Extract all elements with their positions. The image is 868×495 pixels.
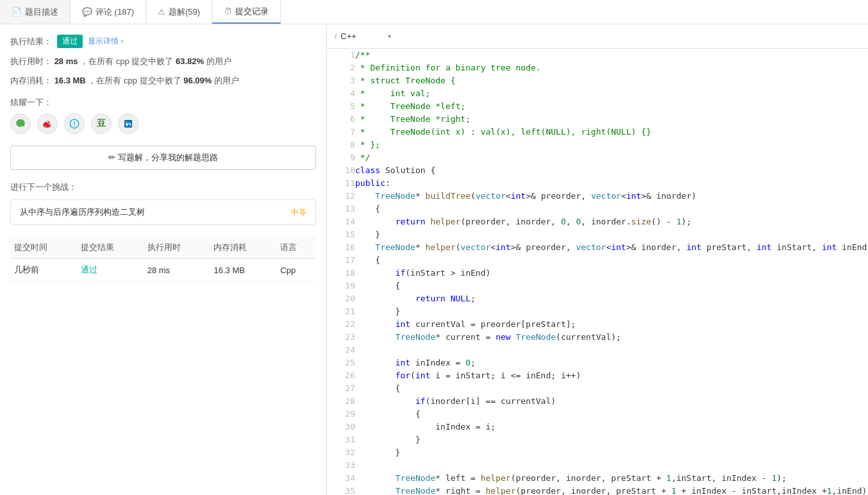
line-content: * TreeNode *right; bbox=[355, 113, 868, 126]
solutions-icon: ⚠ bbox=[158, 7, 165, 17]
line-content: * struct TreeNode { bbox=[355, 74, 868, 87]
line-content: if(inorder[i] == currentVal) bbox=[355, 395, 868, 408]
line-number: 28 bbox=[327, 395, 355, 408]
code-line-27: 27 { bbox=[327, 382, 868, 395]
code-line-18: 18 if(inStart > inEnd) bbox=[327, 267, 868, 280]
douban-share-button[interactable]: 豆 bbox=[91, 113, 112, 134]
mem-desc: ，在所有 cpp 提交中败了 bbox=[88, 76, 181, 85]
code-line-22: 22 int currentVal = preorder[preStart]; bbox=[327, 318, 868, 331]
code-line-12: 12 TreeNode* buildTree(vector<int>& preo… bbox=[327, 190, 868, 203]
line-content: int currentVal = preorder[preStart]; bbox=[355, 318, 868, 331]
code-line-14: 14 return helper(preorder, inorder, 0, 0… bbox=[327, 215, 868, 228]
line-content: } bbox=[355, 228, 868, 241]
line-number: 8 bbox=[327, 138, 355, 151]
weibo-share-button[interactable] bbox=[37, 113, 58, 134]
code-line-11: 11 public: bbox=[327, 177, 868, 190]
lang-dropdown-icon: ▾ bbox=[388, 33, 391, 40]
right-panel: i C++ Java Python Python3 C C# JavaScrip… bbox=[327, 24, 868, 495]
line-content: } bbox=[355, 305, 868, 318]
line-number: 30 bbox=[327, 421, 355, 433]
line-number: 18 bbox=[327, 267, 355, 280]
code-line-19: 19 { bbox=[327, 280, 868, 292]
line-content: } bbox=[355, 446, 868, 459]
line-content: { bbox=[355, 382, 868, 395]
challenge-card[interactable]: 从中序与后序遍历序列构造二叉树 中等 bbox=[10, 199, 316, 225]
line-number: 10 bbox=[327, 164, 355, 177]
code-area[interactable]: 1 /**2 * Definition for a binary tree no… bbox=[327, 49, 868, 495]
line-number: 34 bbox=[327, 472, 355, 485]
code-line-29: 29 { bbox=[327, 408, 868, 421]
line-number: 22 bbox=[327, 318, 355, 331]
code-table: 1 /**2 * Definition for a binary tree no… bbox=[327, 49, 868, 495]
line-content: return NULL; bbox=[355, 292, 868, 305]
code-line-6: 6 * TreeNode *right; bbox=[327, 113, 868, 126]
top-tabs: 📄 题目描述 💬 评论 (187) ⚠ 题解(59) ⏱ 提交记录 bbox=[0, 0, 868, 24]
main-layout: 执行结果： 通过 显示详情 执行用时： 28 ms ，在所有 cpp 提交中败了… bbox=[0, 24, 868, 495]
line-number: 5 bbox=[327, 100, 355, 113]
lang-selector[interactable]: C++ Java Python Python3 C C# JavaScript … bbox=[340, 31, 389, 41]
line-content: } bbox=[355, 433, 868, 446]
code-line-9: 9 */ bbox=[327, 151, 868, 164]
stat-mem-row: 内存消耗： 16.3 MB ，在所有 cpp 提交中败了 96.09% 的用户 bbox=[10, 74, 316, 88]
code-line-31: 31 } bbox=[327, 433, 868, 446]
time-value: 28 ms bbox=[54, 56, 78, 66]
tab-comments[interactable]: 💬 评论 (187) bbox=[71, 0, 146, 24]
line-content: { bbox=[355, 254, 868, 267]
line-number: 25 bbox=[327, 357, 355, 369]
line-number: 32 bbox=[327, 446, 355, 459]
line-content: public: bbox=[355, 177, 868, 190]
tab-description[interactable]: 📄 题目描述 bbox=[0, 0, 71, 24]
submit-result-link[interactable]: 通过 bbox=[81, 265, 97, 274]
line-number: 24 bbox=[327, 344, 355, 357]
write-solution-button[interactable]: ✏ 写题解，分享我的解题思路 bbox=[10, 146, 316, 170]
share-icons: 豆 bbox=[10, 113, 316, 134]
line-number: 7 bbox=[327, 126, 355, 138]
line-number: 26 bbox=[327, 369, 355, 382]
line-number: 19 bbox=[327, 280, 355, 292]
line-number: 9 bbox=[327, 151, 355, 164]
line-content: * }; bbox=[355, 138, 868, 151]
submissions-icon: ⏱ bbox=[224, 6, 232, 16]
line-number: 15 bbox=[327, 228, 355, 241]
next-challenge-label: 进行下一个挑战： bbox=[10, 181, 316, 193]
submissions-table: 提交时间 提交结果 执行用时 内存消耗 语言 几秒前 通过 28 ms 16.3… bbox=[10, 237, 316, 281]
line-content: return helper(preorder, inorder, 0, 0, i… bbox=[355, 215, 868, 228]
challenge-title: 从中序与后序遍历序列构造二叉树 bbox=[20, 206, 145, 218]
code-line-28: 28 if(inorder[i] == currentVal) bbox=[327, 395, 868, 408]
line-number: 12 bbox=[327, 190, 355, 203]
line-content bbox=[355, 459, 868, 472]
detail-link[interactable]: 显示详情 bbox=[88, 36, 123, 47]
linkedin-share-button[interactable] bbox=[118, 113, 138, 134]
code-line-5: 5 * TreeNode *left; bbox=[327, 100, 868, 113]
line-number: 17 bbox=[327, 254, 355, 267]
tab-submissions[interactable]: ⏱ 提交记录 bbox=[212, 0, 281, 24]
pass-badge: 通过 bbox=[57, 35, 83, 48]
line-content: TreeNode* current = new TreeNode(current… bbox=[355, 331, 868, 344]
line-content: */ bbox=[355, 151, 868, 164]
line-number: 35 bbox=[327, 485, 355, 495]
share-label: 炫耀一下： bbox=[10, 97, 316, 108]
col-result: 提交结果 bbox=[77, 237, 144, 259]
line-content: TreeNode* buildTree(vector<int>& preorde… bbox=[355, 190, 868, 203]
col-time: 提交时间 bbox=[10, 237, 77, 259]
mem-value: 16.3 MB bbox=[54, 76, 86, 85]
line-number: 6 bbox=[327, 113, 355, 126]
tab-solutions[interactable]: ⚠ 题解(59) bbox=[146, 0, 212, 24]
code-line-20: 20 return NULL; bbox=[327, 292, 868, 305]
code-line-3: 3 * struct TreeNode { bbox=[327, 74, 868, 87]
difficulty-badge: 中等 bbox=[291, 207, 306, 218]
submit-exec-time: 28 ms bbox=[144, 259, 210, 281]
wechat-share-button[interactable] bbox=[10, 113, 31, 134]
line-content: if(inStart > inEnd) bbox=[355, 267, 868, 280]
code-line-7: 7 * TreeNode(int x) : val(x), left(NULL)… bbox=[327, 126, 868, 138]
code-line-1: 1 /** bbox=[327, 49, 868, 62]
time-label: 执行用时： bbox=[10, 56, 52, 66]
code-line-10: 10 class Solution { bbox=[327, 164, 868, 177]
line-content: TreeNode* helper(vector<int>& preorder, … bbox=[355, 241, 868, 254]
line-number: 23 bbox=[327, 331, 355, 344]
col-exec-time: 执行用时 bbox=[144, 237, 210, 259]
line-content: TreeNode* left = helper(preorder, inorde… bbox=[355, 472, 868, 485]
submit-time: 几秒前 bbox=[10, 259, 77, 281]
line-number: 13 bbox=[327, 203, 355, 215]
qq-share-button[interactable] bbox=[64, 113, 85, 134]
